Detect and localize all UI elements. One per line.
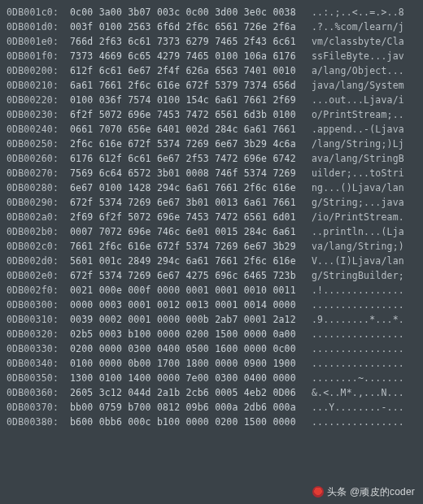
hex-row: 0DB001e0: 766d 2f63 6c61 7373 6279 7465 …	[7, 34, 416, 49]
bytes: 0039 0002 0001 0000 000b 2ab7 0001 2a12	[70, 312, 302, 327]
ascii: g/StringBuilder;	[302, 268, 404, 283]
offset: 0DB001e0:	[7, 34, 70, 49]
bytes: 5601 001c 2849 294c 6a61 7661 2f6c 616e	[70, 254, 302, 268]
hex-row: 0DB00350: 1300 0100 1400 0000 7e00 0300 …	[7, 371, 416, 385]
bytes: 0c00 3a00 3b07 003c 0c00 3d00 3e0c 0038	[70, 5, 302, 20]
offset: 0DB00260:	[7, 151, 70, 166]
bytes: bb00 0759 b700 0812 09b6 000a 2db6 000a	[70, 400, 302, 415]
ascii: ................	[302, 327, 404, 341]
bytes: 7373 4669 6c65 4279 7465 0100 106a 6176	[70, 49, 302, 63]
hex-row: 0DB00260: 6176 612f 6c61 6e67 2f53 7472 …	[7, 151, 416, 166]
bytes: 6f2f 5072 696e 7453 7472 6561 6d3b 0100	[70, 107, 302, 122]
offset: 0DB001c0:	[7, 5, 70, 20]
bytes: 1300 0100 1400 0000 7e00 0300 0400 0000	[70, 371, 302, 385]
ascii: java/lang/System	[302, 78, 404, 93]
offset: 0DB00230:	[7, 107, 70, 122]
offset: 0DB002e0:	[7, 268, 70, 283]
ascii: .9........*...*.	[302, 312, 404, 327]
ascii: ........~.......	[302, 371, 404, 385]
hex-row: 0DB00200: 612f 6c61 6e67 2f4f 626a 6563 …	[7, 63, 416, 78]
bytes: 2f69 6f2f 5072 696e 7453 7472 6561 6d01	[70, 210, 302, 224]
bytes: 003f 0100 2563 6f6d 2f6c 6561 726e 2f6a	[70, 20, 302, 34]
hex-row: 0DB00230: 6f2f 5072 696e 7453 7472 6561 …	[7, 107, 416, 122]
ascii: o/PrintStream;..	[302, 107, 404, 122]
ascii: ..:.;..<..=.>..8	[302, 5, 404, 20]
offset: 0DB00250:	[7, 137, 70, 151]
hex-row: 0DB002a0: 2f69 6f2f 5072 696e 7453 7472 …	[7, 210, 416, 224]
bytes: 6176 612f 6c61 6e67 2f53 7472 696e 6742	[70, 151, 302, 166]
offset: 0DB00210:	[7, 78, 70, 93]
ascii: ssFileByte...jav	[302, 49, 404, 63]
ascii: ................	[302, 298, 404, 312]
bytes: 7661 2f6c 616e 672f 5374 7269 6e67 3b29	[70, 239, 302, 254]
offset: 0DB00310:	[7, 312, 70, 327]
watermark-text: 头条 @顽皮的coder	[327, 484, 415, 499]
watermark: 头条 @顽皮的coder	[312, 484, 415, 499]
ascii: .append..-(Ljava	[302, 122, 404, 137]
offset: 0DB00320:	[7, 327, 70, 341]
hex-dump: 0DB001c0: 0c00 3a00 3b07 003c 0c00 3d00 …	[0, 0, 423, 434]
hex-row: 0DB001f0: 7373 4669 6c65 4279 7465 0100 …	[7, 49, 416, 63]
ascii: ..println...(Lja	[302, 224, 404, 239]
bytes: 0021 000e 000f 0000 0001 0001 0010 0011	[70, 283, 302, 298]
offset: 0DB001d0:	[7, 20, 70, 34]
bytes: 0100 036f 7574 0100 154c 6a61 7661 2f69	[70, 93, 302, 107]
offset: 0DB00270:	[7, 166, 70, 180]
offset: 0DB00330:	[7, 341, 70, 356]
hex-row: 0DB002c0: 7661 2f6c 616e 672f 5374 7269 …	[7, 239, 416, 254]
hex-row: 0DB002d0: 5601 001c 2849 294c 6a61 7661 …	[7, 254, 416, 268]
hex-row: 0DB002f0: 0021 000e 000f 0000 0001 0001 …	[7, 283, 416, 298]
ascii: ................	[302, 415, 404, 429]
hex-row: 0DB00290: 672f 5374 7269 6e67 3b01 0013 …	[7, 195, 416, 210]
bytes: 766d 2f63 6c61 7373 6279 7465 2f43 6c61	[70, 34, 302, 49]
hex-row: 0DB00300: 0000 0003 0001 0012 0013 0001 …	[7, 298, 416, 312]
bytes: b600 0bb6 000c b100 0000 0200 1500 0000	[70, 415, 302, 429]
hex-row: 0DB00270: 7569 6c64 6572 3b01 0008 746f …	[7, 166, 416, 180]
hex-row: 0DB00370: bb00 0759 b700 0812 09b6 000a …	[7, 400, 416, 415]
offset: 0DB00280:	[7, 180, 70, 195]
offset: 0DB00200:	[7, 63, 70, 78]
bytes: 612f 6c61 6e67 2f4f 626a 6563 7401 0010	[70, 63, 302, 78]
offset: 0DB00340:	[7, 356, 70, 371]
ascii: V...(I)Ljava/lan	[302, 254, 404, 268]
ascii: uilder;...toStri	[302, 166, 404, 180]
offset: 0DB002f0:	[7, 283, 70, 298]
ascii: ................	[302, 356, 404, 371]
bytes: 0200 0000 0300 0400 0500 1600 0000 0c00	[70, 341, 302, 356]
ascii: va/lang/String;)	[302, 239, 404, 254]
bytes: 0000 0003 0001 0012 0013 0001 0014 0000	[70, 298, 302, 312]
hex-row: 0DB00310: 0039 0002 0001 0000 000b 2ab7 …	[7, 312, 416, 327]
hex-row: 0DB00280: 6e67 0100 1428 294c 6a61 7661 …	[7, 180, 416, 195]
offset: 0DB00290:	[7, 195, 70, 210]
toutiao-logo-icon	[312, 486, 324, 497]
offset: 0DB002c0:	[7, 239, 70, 254]
ascii: /lang/String;)Lj	[302, 137, 404, 151]
ascii: /io/PrintStream.	[302, 210, 404, 224]
offset: 0DB00220:	[7, 93, 70, 107]
hex-row: 0DB00240: 0661 7070 656e 6401 002d 284c …	[7, 122, 416, 137]
hex-row: 0DB00340: 0100 0000 0b00 1700 1800 0000 …	[7, 356, 416, 371]
offset: 0DB00380:	[7, 415, 70, 429]
offset: 0DB002a0:	[7, 210, 70, 224]
offset: 0DB00240:	[7, 122, 70, 137]
hex-row: 0DB00320: 02b5 0003 b100 0000 0200 1500 …	[7, 327, 416, 341]
hex-row: 0DB002b0: 0007 7072 696e 746c 6e01 0015 …	[7, 224, 416, 239]
hex-row: 0DB00360: 2605 3c12 044d 2a1b 2cb6 0005 …	[7, 385, 416, 400]
bytes: 7569 6c64 6572 3b01 0008 746f 5374 7269	[70, 166, 302, 180]
bytes: 0661 7070 656e 6401 002d 284c 6a61 7661	[70, 122, 302, 137]
ascii: &.<..M*.,...N...	[302, 385, 404, 400]
bytes: 6a61 7661 2f6c 616e 672f 5379 7374 656d	[70, 78, 302, 93]
ascii: ................	[302, 341, 404, 356]
hex-row: 0DB002e0: 672f 5374 7269 6e67 4275 696c …	[7, 268, 416, 283]
hex-row: 0DB001c0: 0c00 3a00 3b07 003c 0c00 3d00 …	[7, 5, 416, 20]
hex-row: 0DB00250: 2f6c 616e 672f 5374 7269 6e67 …	[7, 137, 416, 151]
ascii: ng...()Ljava/lan	[302, 180, 404, 195]
offset: 0DB002d0:	[7, 254, 70, 268]
bytes: 02b5 0003 b100 0000 0200 1500 0000 0a00	[70, 327, 302, 341]
bytes: 0007 7072 696e 746c 6e01 0015 284c 6a61	[70, 224, 302, 239]
offset: 0DB00360:	[7, 385, 70, 400]
hex-row: 0DB00210: 6a61 7661 2f6c 616e 672f 5379 …	[7, 78, 416, 93]
ascii: a/lang/Object...	[302, 63, 404, 78]
offset: 0DB00370:	[7, 400, 70, 415]
bytes: 672f 5374 7269 6e67 3b01 0013 6a61 7661	[70, 195, 302, 210]
